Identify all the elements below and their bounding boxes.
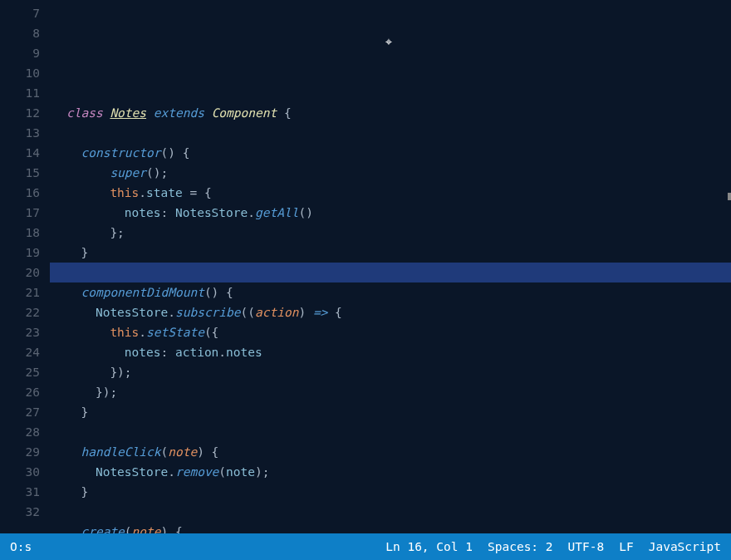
token — [66, 206, 125, 219]
line-number[interactable]: 14 — [0, 143, 40, 163]
status-encoding[interactable]: UTF-8 — [568, 540, 605, 553]
token: . — [168, 306, 175, 319]
code-line[interactable]: } — [50, 402, 731, 422]
token: ( — [125, 525, 132, 533]
status-language[interactable]: JavaScript — [649, 540, 721, 553]
token — [66, 465, 96, 479]
token: } — [81, 246, 88, 259]
line-number[interactable]: 31 — [0, 482, 40, 502]
token: NotesStore — [175, 206, 248, 219]
line-number[interactable]: 21 — [0, 282, 40, 302]
code-line[interactable] — [50, 123, 731, 143]
token: action — [175, 346, 218, 359]
status-bar: O:s Ln 16, Col 1 Spaces: 2 UTF-8 LF Java… — [0, 533, 731, 560]
token: . — [139, 326, 146, 339]
code-line[interactable]: constructor() { — [50, 143, 731, 163]
code-line[interactable]: } — [50, 243, 731, 263]
line-number[interactable]: 10 — [0, 63, 40, 83]
token — [66, 286, 81, 299]
line-number[interactable]: 8 — [0, 23, 40, 43]
line-number[interactable]: 28 — [0, 422, 40, 442]
token: class — [66, 106, 110, 120]
line-number[interactable]: 22 — [0, 302, 40, 322]
line-number[interactable]: 25 — [0, 362, 40, 382]
token: subscribe — [175, 306, 241, 319]
token: super — [110, 166, 146, 179]
token: notes — [125, 206, 161, 219]
code-line[interactable]: NotesStore.remove(note); — [50, 462, 731, 482]
token — [66, 405, 81, 419]
code-line[interactable]: }; — [50, 223, 731, 243]
token: : — [161, 206, 175, 219]
line-number[interactable]: 20 — [0, 263, 40, 282]
line-number[interactable]: 15 — [0, 163, 40, 183]
token: => — [313, 306, 327, 319]
token — [66, 146, 81, 160]
token — [66, 346, 125, 359]
token: () — [298, 206, 312, 219]
code-line[interactable]: create(note) { — [50, 522, 731, 533]
token: action — [255, 306, 298, 319]
token: constructor — [81, 146, 160, 160]
line-number[interactable]: 26 — [0, 382, 40, 402]
token: }); — [96, 386, 117, 399]
status-position[interactable]: Ln 16, Col 1 — [385, 540, 473, 553]
code-line[interactable]: super(); — [50, 163, 731, 183]
line-number[interactable]: 17 — [0, 203, 40, 223]
status-left-text[interactable]: O:s — [10, 540, 32, 553]
code-line[interactable]: handleClick(note) { — [50, 442, 731, 462]
code-line[interactable]: class Notes extends Component { — [50, 103, 731, 123]
line-number[interactable]: 16 — [0, 183, 40, 203]
token: ) { — [161, 525, 183, 533]
token — [66, 306, 96, 319]
status-spaces[interactable]: Spaces: 2 — [488, 540, 553, 553]
line-number[interactable]: 24 — [0, 342, 40, 362]
line-number[interactable]: 18 — [0, 223, 40, 243]
code-line[interactable]: }); — [50, 362, 731, 382]
token — [66, 186, 110, 199]
code-line[interactable]: }); — [50, 382, 731, 402]
line-number[interactable]: 32 — [0, 502, 40, 522]
code-line[interactable]: notes: NotesStore.getAll() — [50, 203, 731, 223]
code-line[interactable]: this.state = { — [50, 183, 731, 203]
token: ( — [218, 465, 226, 479]
code-line[interactable]: } — [50, 482, 731, 502]
line-number[interactable]: 7 — [0, 3, 40, 23]
token — [66, 326, 110, 339]
line-number[interactable]: 27 — [0, 402, 40, 422]
code-line[interactable] — [50, 502, 731, 522]
line-number[interactable]: 19 — [0, 243, 40, 263]
code-line[interactable] — [50, 83, 731, 103]
line-number[interactable]: 30 — [0, 462, 40, 482]
line-number[interactable]: 9 — [0, 43, 40, 63]
token — [66, 226, 110, 239]
token: . — [218, 346, 226, 359]
status-eol[interactable]: LF — [619, 540, 633, 553]
code-line[interactable] — [50, 422, 731, 442]
token — [66, 246, 81, 259]
line-number[interactable]: 12 — [0, 103, 40, 123]
editor[interactable]: 7891011121314151617181920212223242526272… — [0, 0, 731, 533]
code-line[interactable]: notes: action.notes — [50, 342, 731, 362]
token: remove — [175, 465, 218, 479]
token: Notes — [110, 106, 146, 120]
gutter[interactable]: 7891011121314151617181920212223242526272… — [0, 0, 50, 533]
code-line[interactable] — [50, 263, 731, 282]
line-number[interactable]: 11 — [0, 83, 40, 103]
line-number[interactable]: 13 — [0, 123, 40, 143]
line-number[interactable]: 29 — [0, 442, 40, 462]
code-line[interactable]: componentDidMount() { — [50, 282, 731, 302]
line-number[interactable]: 23 — [0, 322, 40, 342]
token: { — [327, 306, 341, 319]
token: notes — [226, 346, 262, 359]
token: notes — [125, 346, 161, 359]
token: . — [139, 186, 146, 199]
code-line[interactable]: NotesStore.subscribe((action) => { — [50, 302, 731, 322]
token: ) — [298, 306, 312, 319]
token — [66, 525, 81, 533]
code-area[interactable]: ⌖ class Notes extends Component { constr… — [50, 0, 731, 533]
token: this — [110, 326, 139, 339]
scrollbar-marker[interactable] — [728, 193, 731, 200]
token — [66, 166, 110, 179]
code-line[interactable]: this.setState({ — [50, 322, 731, 342]
